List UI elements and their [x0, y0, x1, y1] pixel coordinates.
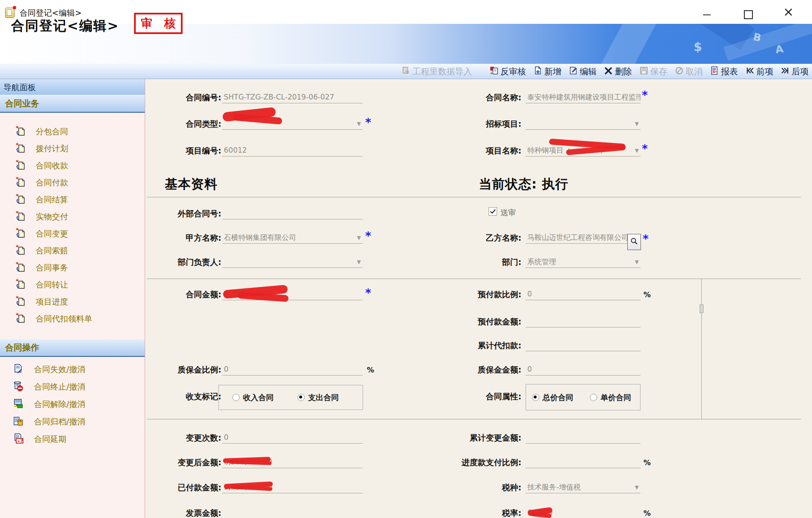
audit-stamp: 审 核	[134, 13, 183, 34]
sidebar-item-contract-receipt[interactable]: 合同收款	[0, 157, 145, 174]
sidebar-group-contract-business[interactable]: 合同业务	[0, 95, 145, 113]
warranty-ratio-input[interactable]: 0	[222, 364, 363, 376]
report-icon	[710, 66, 719, 77]
sidebar-item-contract-affairs[interactable]: 合同事务	[0, 259, 145, 276]
required-marker: *	[643, 233, 649, 245]
prev-icon	[746, 66, 754, 77]
invalidate-icon	[13, 363, 24, 376]
chevron-down-icon[interactable]: ▼	[635, 121, 639, 126]
tax-type-dropdown[interactable]: 技术服务-增值税▼	[526, 481, 640, 493]
maximize-button[interactable]	[744, 10, 753, 19]
sidebar-business-list: 分包合同 拨付计划 合同收款 合同付款 合同结算 实物交付 合同变更 合同索赔 …	[0, 123, 145, 327]
field-advance-amount: 预付款金额:	[426, 316, 640, 327]
contract-no-input[interactable]: SHTG-TZG-ZB-CL-2019-06-027	[222, 91, 363, 103]
archive-icon	[13, 416, 24, 428]
field-progress-pay-ratio: 进度款支付比例:	[426, 456, 640, 468]
panel-grip[interactable]	[700, 305, 703, 313]
toolbar-unapprove-button[interactable]: 反审核	[490, 66, 526, 77]
page-title: 合同登记<编辑>	[11, 17, 119, 35]
doc-arrow-icon	[15, 142, 26, 155]
chevron-down-icon[interactable]: ▼	[635, 148, 639, 153]
contract-attr-group: 总价合同 单价合同	[526, 384, 640, 410]
sidebar-item-contract-extend[interactable]: +7 合同延期	[0, 430, 145, 448]
external-no-input[interactable]	[222, 208, 363, 219]
divider	[147, 419, 801, 419]
sidebar-item-contract-change[interactable]: 合同变更	[0, 225, 145, 242]
field-contract-name: 合同名称: 泰安特种建筑用钢建设项目工程监理合	[426, 91, 640, 103]
percent-suffix: %	[643, 458, 651, 467]
sidebar-item-contract-transfer[interactable]: 合同转让	[0, 276, 145, 293]
basic-info-heading: 基本资料	[165, 176, 217, 193]
svg-text:+7: +7	[17, 439, 23, 443]
advance-amount-input[interactable]	[526, 316, 640, 327]
banner-a-glyph: A	[775, 43, 784, 56]
dept-dropdown[interactable]: 系统管理▼	[526, 256, 640, 268]
cumulative-change-amount-input[interactable]	[526, 432, 640, 444]
sidebar-item-contract-archive[interactable]: 合同归档/撤消	[0, 413, 145, 430]
magnifier-icon	[630, 237, 638, 247]
sidebar-item-contract-rescind[interactable]: 合同解除/撤消	[0, 396, 145, 413]
party-a-dropdown[interactable]: 石横特钢集团有限公司▼	[222, 232, 363, 244]
doc-arrow-icon	[15, 262, 26, 274]
add-doc-icon	[534, 66, 542, 77]
sidebar-item-contract-settlement[interactable]: 合同结算	[0, 191, 145, 208]
chevron-down-icon[interactable]: ▼	[357, 235, 361, 240]
chevron-down-icon[interactable]: ▼	[357, 259, 361, 265]
field-withhold-total: 累计代扣款:	[426, 339, 640, 351]
contract-name-input[interactable]: 泰安特种建筑用钢建设项目工程监理合	[526, 91, 640, 103]
party-b-search-button[interactable]	[627, 234, 641, 250]
banner-dollar-glyph: $	[694, 40, 702, 54]
sidebar-group-contract-operations[interactable]: 合同操作	[0, 339, 145, 357]
sidebar-item-subcontract[interactable]: 分包合同	[0, 123, 145, 140]
rescind-icon	[13, 398, 24, 411]
income-contract-radio[interactable]	[232, 394, 240, 401]
delete-icon	[604, 66, 613, 77]
sidebar-item-physical-delivery[interactable]: 实物交付	[0, 208, 145, 225]
sidebar-item-project-progress[interactable]: 项目进度	[0, 293, 145, 310]
toolbar-import-button: 工程里数据导入	[402, 66, 472, 77]
project-no-input[interactable]: 60012	[222, 145, 363, 157]
close-button[interactable]: ×	[783, 3, 794, 20]
sidebar-item-withhold-material-slip[interactable]: 合同代扣领料单	[0, 310, 145, 327]
toolbar-next-button[interactable]: 后项	[781, 66, 809, 77]
party-b-dropdown[interactable]: 马鞍山迈世纪工程咨询有限公司▼	[526, 232, 640, 244]
sidebar-item-payment-plan[interactable]: 拨付计划	[0, 140, 145, 157]
sidebar-item-contract-invalidate[interactable]: 合同失效/撤消	[0, 361, 145, 378]
expense-contract-radio[interactable]	[297, 394, 305, 401]
contract-registration-window: * 合同登记<编辑> × $ B A 合同登记<编辑> 审 核 工程里数据导入 …	[0, 0, 812, 518]
field-warranty-ratio: 质保金比例: 0	[149, 364, 363, 376]
chevron-down-icon[interactable]: ▼	[635, 485, 639, 490]
doc-arrow-icon	[15, 279, 26, 291]
doc-arrow-icon	[15, 194, 26, 206]
contract-attr-label: 合同属性:	[426, 390, 521, 402]
minimize-button[interactable]	[703, 14, 711, 15]
extend-icon: +7	[13, 433, 24, 446]
divider	[147, 279, 801, 279]
doc-arrow-icon	[15, 176, 26, 189]
warranty-amount-input[interactable]: 0	[526, 364, 640, 376]
toolbar-report-button[interactable]: 报表	[710, 66, 738, 77]
unit-price-radio[interactable]	[590, 394, 597, 401]
toolbar-add-button[interactable]: 新增	[534, 66, 561, 77]
bidding-project-dropdown[interactable]: ▼	[526, 118, 640, 130]
progress-pay-ratio-input[interactable]	[526, 456, 640, 468]
invoice-amount-input[interactable]	[222, 507, 363, 518]
chevron-down-icon[interactable]: ▼	[635, 259, 639, 265]
unapprove-icon	[490, 66, 498, 77]
toolbar-prev-button[interactable]: 前项	[746, 66, 773, 77]
sidebar-item-contract-payment[interactable]: 合同付款	[0, 174, 145, 191]
field-bidding-project: 招标项目: ▼	[426, 118, 640, 130]
toolbar-delete-button[interactable]: 删除	[604, 66, 632, 77]
dept-manager-dropdown[interactable]: ▼	[222, 256, 363, 268]
send-review-checkbox[interactable]	[489, 207, 497, 216]
sidebar-operations-list: 合同失效/撤消 合同终止/撤消 合同解除/撤消 合同归档/撤消 +7 合同延期	[0, 361, 145, 448]
sidebar-item-contract-terminate[interactable]: 合同终止/撤消	[0, 378, 145, 396]
withhold-total-input[interactable]	[526, 339, 640, 351]
toolbar-edit-button[interactable]: 编辑	[569, 66, 597, 77]
sidebar-item-contract-claim[interactable]: 合同索赔	[0, 242, 145, 259]
lump-sum-radio[interactable]	[532, 394, 539, 401]
chevron-down-icon[interactable]: ▼	[357, 121, 361, 126]
toolbar-save-button: 保存	[640, 66, 667, 77]
change-count-input[interactable]: 0	[222, 432, 363, 444]
advance-ratio-input[interactable]: 0	[526, 288, 640, 300]
